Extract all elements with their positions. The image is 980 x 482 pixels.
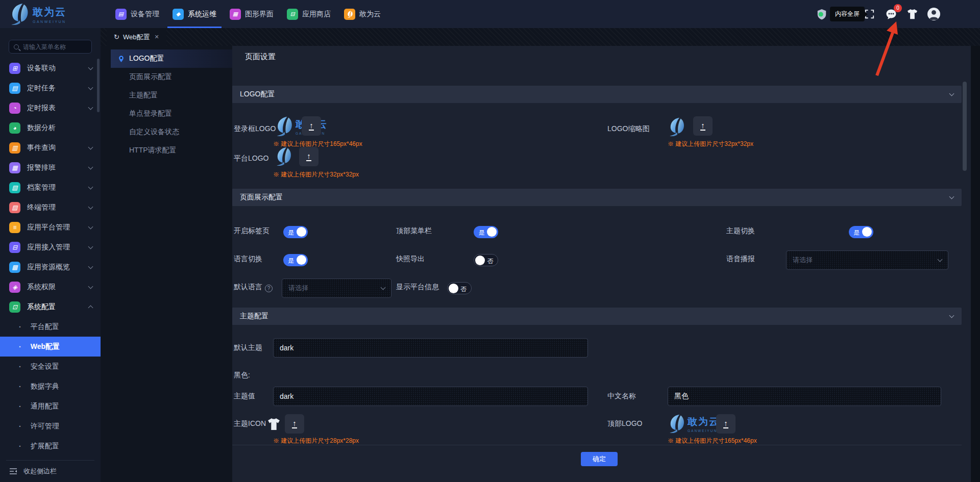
graphic-ui-icon: ▦ — [230, 9, 241, 20]
alarm-scheduling-icon: ▦ — [9, 162, 20, 173]
upload-login-logo-button[interactable]: ↑ — [302, 116, 321, 136]
help-icon[interactable]: ? — [265, 285, 273, 292]
collapse-sidebar-button[interactable]: 收起侧边栏 — [0, 461, 101, 482]
nav-item-system-ops[interactable]: ◆ 系统运维 — [167, 0, 222, 28]
sidebar-item-system-config[interactable]: ⊡系统配置 — [0, 297, 101, 317]
field-label: 顶部LOGO — [607, 419, 642, 428]
toggle-open-tabs[interactable]: 是 — [283, 226, 308, 238]
secnav-item-http-request-config[interactable]: HTTP请求配置 — [101, 141, 232, 160]
brand-title: 敢为云 — [33, 5, 66, 19]
toggle-top-menu[interactable]: 是 — [474, 226, 498, 238]
upload-platform-logo-button[interactable]: ↑ — [299, 147, 318, 166]
form-row-login-logo: 登录框LOGO 敢为云GANWEIYUN ↑ ※ 建议上传图片尺寸165px*4… — [228, 114, 971, 147]
voice-broadcast-select[interactable]: 请选择 — [786, 250, 948, 270]
tab-web-config[interactable]: ↻ Web配置 ✕ — [107, 28, 166, 46]
nav-item-graphic-ui[interactable]: ▦ 图形界面 — [225, 0, 279, 28]
sidebar-subitem-general-config[interactable]: 通用配置 — [0, 396, 101, 416]
top-navbar: 敢为云 GANWEIYUN ▤ 设备管理 ◆ 系统运维 ▦ 图形界面 ⊟ 应用商… — [0, 0, 980, 28]
sidebar-subitem-security-settings[interactable]: 安全设置 — [0, 357, 101, 376]
page-scroll-strip — [971, 28, 980, 482]
toggle-theme-switch[interactable]: 是 — [849, 226, 873, 238]
secnav-item-sso-config[interactable]: 单点登录配置 — [101, 105, 232, 123]
form-row-toggles-3: 默认语言? 请选择 显示平台信息 否 — [228, 274, 971, 302]
brand-logo[interactable]: 敢为云 GANWEIYUN — [7, 3, 79, 26]
sidebar-subitem-extension-config[interactable]: 扩展配置 — [0, 436, 101, 456]
sidebar-item-scheduled-tasks[interactable]: ▤定时任务 — [0, 78, 101, 98]
section-header-page-display[interactable]: 页面展示配置 — [232, 189, 962, 206]
field-label: 主题值 — [234, 392, 255, 401]
default-theme-input[interactable]: dark — [273, 338, 588, 358]
sidebar-subitem-web-config[interactable]: Web配置 — [0, 337, 101, 357]
butterfly-logo-icon — [7, 3, 30, 26]
toggle-snapshot-export[interactable]: 否 — [474, 254, 498, 266]
nav-item-device-management[interactable]: ▤ 设备管理 — [110, 0, 164, 28]
sidebar-item-alarm-scheduling[interactable]: ▦报警排班 — [0, 158, 101, 177]
security-shield-icon[interactable] — [816, 8, 827, 20]
form-row-toggles-1: 开启标签页 是 顶部菜单栏 是 主题切换 是 — [228, 218, 971, 246]
field-label: 显示平台信息 — [396, 283, 439, 292]
sidebar-item-data-analysis[interactable]: ◕数据分析 — [0, 118, 101, 138]
nav-item-ganwei-cloud[interactable]: 敢为云 — [339, 0, 386, 28]
sidebar-item-archive-management[interactable]: ▧档案管理 — [0, 177, 101, 197]
section-header-theme-config[interactable]: 主题配置 — [232, 308, 962, 325]
chevron-down-icon — [88, 205, 93, 210]
theme-value-input[interactable]: dark — [273, 387, 588, 406]
nav-item-app-store[interactable]: ⊟ 应用商店 — [282, 0, 336, 28]
scheduled-reports-icon: ◔ — [9, 103, 20, 114]
butterfly-mini-icon — [346, 11, 353, 18]
system-permissions-icon: ◈ — [9, 282, 20, 293]
notifications-icon[interactable]: 0 — [885, 8, 897, 20]
toggle-lang-switch[interactable]: 是 — [283, 254, 308, 266]
butterfly-logo-icon — [666, 414, 685, 434]
tab-refresh-icon[interactable]: ↻ — [114, 33, 119, 41]
form-row-theme-icon: 主题ICON ↑ ※ 建议上传图片尺寸28px*28px 顶部LOGO 敢为云G… — [228, 414, 971, 444]
sidebar-subitem-license-management[interactable]: 许可管理 — [0, 416, 101, 436]
fullscreen-tooltip: 内容全屏 — [830, 7, 865, 21]
cn-name-input[interactable]: 黑色 — [668, 387, 941, 406]
sidebar-item-system-permissions[interactable]: ◈系统权限 — [0, 277, 101, 297]
upload-icon: ↑ — [723, 419, 728, 428]
menu-search-input[interactable] — [23, 43, 79, 50]
location-pin-icon — [117, 55, 125, 63]
page-scrollbar[interactable] — [963, 82, 967, 171]
sidebar-item-scheduled-reports[interactable]: ◔定时报表 — [0, 98, 101, 118]
field-label: 开启标签页 — [234, 226, 270, 236]
toggle-show-platform-info[interactable]: 否 — [447, 282, 472, 294]
sidebar-subitem-data-dictionary[interactable]: 数据字典 — [0, 376, 101, 396]
section-header-logo-config[interactable]: LOGO配置 — [232, 86, 962, 103]
sidebar-item-event-query[interactable]: ▥事件查询 — [0, 138, 101, 158]
system-config-icon: ⊡ — [9, 301, 20, 313]
sidebar-item-app-platform-mgmt[interactable]: ≡应用平台管理 — [0, 217, 101, 237]
field-label: 快照导出 — [396, 255, 425, 264]
sidebar-scrollbar[interactable] — [97, 59, 100, 112]
secnav-item-logo-config[interactable]: LOGO配置 — [111, 49, 232, 68]
chevron-down-icon — [88, 145, 93, 150]
default-language-select[interactable]: 请选择 — [282, 278, 391, 298]
upload-theme-icon-button[interactable]: ↑ — [285, 414, 304, 434]
sidebar-item-device-linkage[interactable]: ⊞设备联动 — [0, 58, 101, 78]
secnav-item-theme-config[interactable]: 主题配置 — [101, 86, 232, 105]
upload-icon: ↑ — [306, 152, 311, 161]
form-row-theme-value: 主题值 dark 中文名称 黑色 — [228, 386, 971, 410]
sidebar-item-terminal-management[interactable]: ▨终端管理 — [0, 197, 101, 217]
upload-thumbnail-logo-button[interactable]: ↑ — [693, 116, 713, 136]
theme-skin-icon[interactable] — [907, 9, 918, 19]
device-linkage-icon: ⊞ — [9, 63, 20, 74]
chevron-down-icon — [88, 244, 93, 249]
confirm-button[interactable]: 确定 — [581, 452, 618, 466]
sidebar-subitem-platform-config[interactable]: 平台配置 — [0, 317, 101, 337]
menu-search[interactable] — [9, 40, 92, 54]
sidebar-item-app-resource-overview[interactable]: ▩应用资源概览 — [0, 257, 101, 277]
secondary-sidebar: LOGO配置 页面展示配置 主题配置 单点登录配置 自定义设备状态 HTTP请求… — [101, 46, 232, 482]
tab-close-icon[interactable]: ✕ — [154, 34, 159, 40]
sidebar-item-app-access-mgmt[interactable]: ⊟应用接入管理 — [0, 237, 101, 257]
chevron-up-icon — [88, 306, 93, 311]
chevron-down-icon — [88, 165, 93, 170]
secnav-item-custom-device-status[interactable]: 自定义设备状态 — [101, 123, 232, 141]
secnav-item-page-display-config[interactable]: 页面展示配置 — [101, 68, 232, 86]
upload-top-logo-button[interactable]: ↑ — [716, 414, 736, 434]
chevron-down-icon — [381, 285, 386, 290]
user-avatar[interactable] — [927, 8, 940, 20]
upload-hint: ※ 建议上传图片尺寸32px*32px — [273, 170, 359, 179]
system-ops-icon: ◆ — [173, 9, 184, 20]
